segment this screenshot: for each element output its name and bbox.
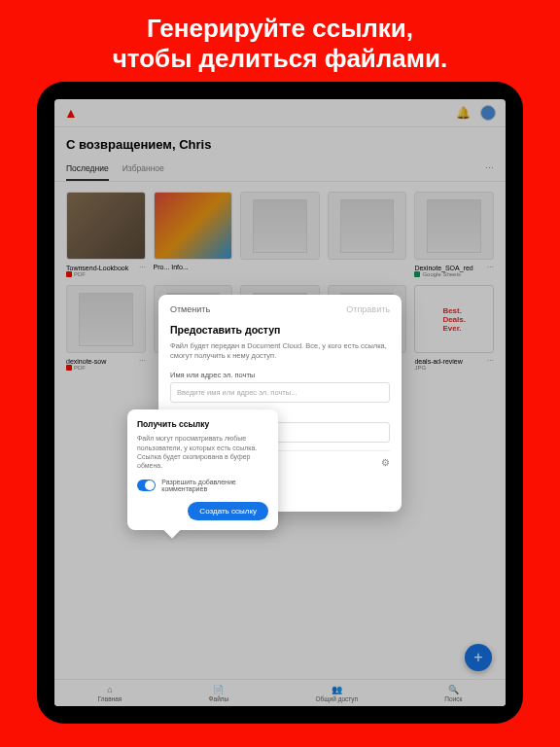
toggle-row: Разрешить добавление комментариев <box>137 479 268 492</box>
tablet-frame: ▲ 🔔 С возвращением, Chris Последние Избр… <box>37 82 523 724</box>
cancel-button[interactable]: Отменить <box>170 304 210 314</box>
gear-icon[interactable]: ⚙ <box>381 457 390 468</box>
create-link-button[interactable]: Создать ссылку <box>188 502 268 520</box>
popover-title: Получить ссылку <box>137 419 268 429</box>
email-input[interactable]: Введите имя или адрес эл. почты... <box>170 382 390 403</box>
allow-comments-toggle[interactable] <box>137 480 156 491</box>
modal-title: Предоставить доступ <box>170 324 390 336</box>
link-popover: Получить ссылку Файл могут просматривать… <box>127 409 278 530</box>
share-modal: Отменить Отправить Предоставить доступ Ф… <box>158 295 402 512</box>
app-screen: ▲ 🔔 С возвращением, Chris Последние Избр… <box>54 99 506 706</box>
modal-description: Файл будет передан в Document Cloud. Все… <box>170 341 390 361</box>
email-label: Имя или адрес эл. почты <box>170 371 390 379</box>
send-button[interactable]: Отправить <box>346 304 390 314</box>
toggle-label: Разрешить добавление комментариев <box>161 479 268 492</box>
promo-headline: Генерируйте ссылки, чтобы делиться файла… <box>0 0 560 82</box>
promo-line-1: Генерируйте ссылки, <box>10 14 550 44</box>
promo-line-2: чтобы делиться файлами. <box>10 44 550 74</box>
popover-description: Файл могут просматривать любые пользоват… <box>137 434 268 471</box>
modal-overlay: Отменить Отправить Предоставить доступ Ф… <box>54 99 506 706</box>
